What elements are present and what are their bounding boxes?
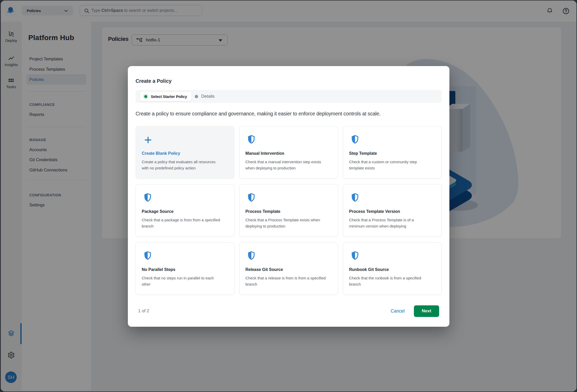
- step-select-starter-policy[interactable]: Select Starter Policy: [140, 92, 191, 101]
- cancel-button[interactable]: Cancel: [391, 308, 405, 314]
- next-button[interactable]: Next: [414, 305, 439, 317]
- shield-icon: [247, 134, 256, 144]
- card-description: Check that a release is from is from a s…: [245, 275, 326, 287]
- card-runbook-git-source[interactable]: Runbook Git Source Check that the runboo…: [343, 242, 442, 295]
- stepper: Select Starter Policy Details: [136, 90, 442, 103]
- modal-title: Create a Policy: [136, 78, 172, 84]
- modal-description: Create a policy to ensure compliance and…: [136, 111, 381, 117]
- app-root: Policies Type Ctrl+Space to search or sw…: [0, 0, 577, 392]
- card-title: Release Git Source: [245, 267, 283, 272]
- card-title: Step Template: [349, 151, 377, 156]
- card-description: Check that no steps run in parallel to e…: [142, 275, 223, 287]
- shield-icon: [247, 193, 256, 202]
- card-description: Check that the runbook is from a specifi…: [349, 275, 430, 287]
- card-description: Check that a package is from from a spec…: [142, 217, 223, 229]
- green-dot: [144, 95, 147, 98]
- plus-icon: [144, 136, 152, 144]
- card-title: Package Source: [142, 209, 174, 214]
- card-description: Create a policy that evaluates all resou…: [142, 159, 223, 171]
- shield-icon: [247, 251, 256, 260]
- step-upcoming-dot-icon: [195, 95, 198, 98]
- card-title: Create Blank Policy: [142, 151, 180, 156]
- card-manual-intervention[interactable]: Manual Intervention Check that a manual …: [239, 126, 338, 179]
- create-policy-modal: Create a Policy Select Starter Policy De…: [128, 66, 449, 327]
- card-process-template[interactable]: Process Template Check that a Process Te…: [239, 184, 338, 237]
- card-title: Process Template: [245, 209, 280, 214]
- card-no-parallel-steps[interactable]: No Parallel Steps Check that no steps ru…: [136, 242, 234, 295]
- card-package-source[interactable]: Package Source Check that a package is f…: [136, 184, 234, 237]
- step-label: Details: [201, 94, 215, 99]
- shield-icon: [143, 251, 152, 260]
- card-description: Check that a Process Template exists whe…: [245, 217, 326, 229]
- card-step-template[interactable]: Step Template Check that a custom or com…: [343, 126, 442, 179]
- shield-icon: [351, 251, 359, 260]
- card-description: Check that a manual intervention step ex…: [245, 159, 326, 171]
- card-title: Process Template Version: [349, 209, 400, 214]
- step-active-dot-icon: [143, 94, 148, 99]
- card-description: Check that a Process Template is of a mi…: [349, 217, 430, 229]
- card-title: Runbook Git Source: [349, 267, 389, 272]
- card-release-git-source[interactable]: Release Git Source Check that a release …: [239, 242, 338, 295]
- step-details[interactable]: Details: [195, 90, 215, 103]
- card-process-template-version[interactable]: Process Template Version Check that a Pr…: [343, 184, 442, 237]
- shield-icon: [143, 193, 152, 202]
- card-title: Manual Intervention: [245, 151, 284, 156]
- card-title: No Parallel Steps: [142, 267, 175, 272]
- modal-footer: 1 of 2 Cancel Next: [136, 305, 442, 317]
- card-description: Check that a custom or community step te…: [349, 159, 430, 171]
- pagination-label: 1 of 2: [138, 308, 149, 314]
- starter-policy-grid: Create Blank Policy Create a policy that…: [136, 126, 442, 295]
- shield-icon: [351, 134, 359, 144]
- card-create-blank-policy[interactable]: Create Blank Policy Create a policy that…: [136, 126, 234, 179]
- step-label: Select Starter Policy: [151, 94, 187, 99]
- shield-icon: [351, 193, 359, 202]
